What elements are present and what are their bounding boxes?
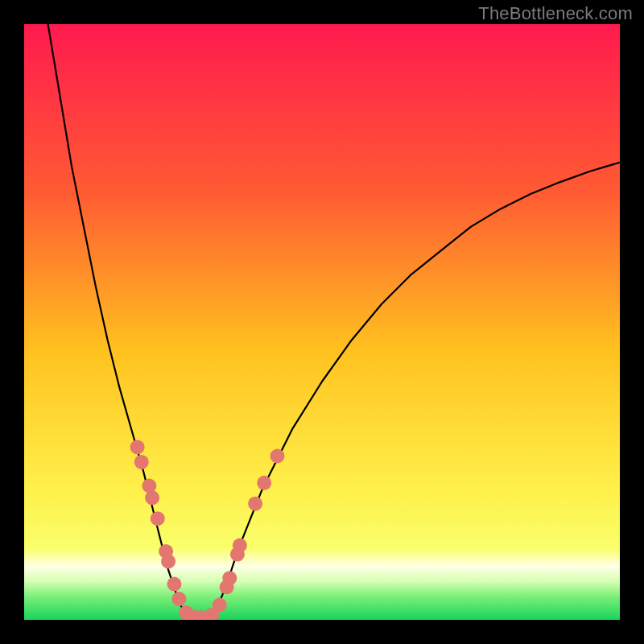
highlight-dot [257, 476, 271, 490]
chart-outer: TheBottleneck.com [0, 0, 644, 644]
highlight-dot [130, 440, 145, 454]
highlight-dot [270, 449, 285, 464]
highlight-dot [233, 539, 247, 553]
highlight-dot [161, 554, 175, 568]
highlight-dot [134, 455, 149, 469]
bottleneck-chart [24, 24, 620, 620]
watermark-text: TheBottleneck.com [478, 3, 633, 24]
highlight-dot [151, 511, 165, 526]
chart-frame [24, 24, 620, 620]
highlight-dot [167, 577, 181, 592]
highlight-dot [213, 598, 227, 613]
highlight-dot [222, 571, 237, 585]
highlight-dot [248, 497, 262, 511]
heat-gradient-bg [24, 24, 620, 620]
highlight-dot [145, 490, 159, 505]
highlight-dot [171, 592, 186, 606]
